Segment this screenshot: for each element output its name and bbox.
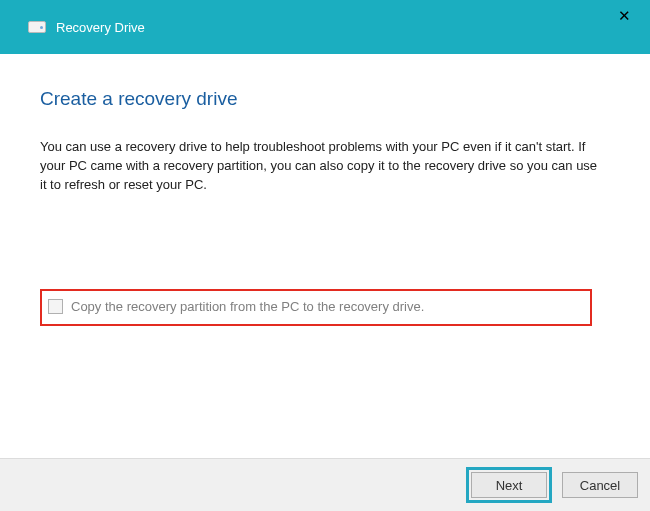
cancel-button[interactable]: Cancel <box>562 472 638 498</box>
content-area: Create a recovery drive You can use a re… <box>0 54 650 458</box>
next-button-highlight: Next <box>466 467 552 503</box>
title-bar: Recovery Drive ✕ <box>0 0 650 54</box>
copy-partition-label: Copy the recovery partition from the PC … <box>71 299 424 314</box>
page-description: You can use a recovery drive to help tro… <box>40 138 600 195</box>
window-title: Recovery Drive <box>56 20 145 35</box>
page-heading: Create a recovery drive <box>40 88 610 110</box>
copy-partition-checkbox[interactable] <box>48 299 63 314</box>
close-button[interactable]: ✕ <box>604 4 644 28</box>
close-icon: ✕ <box>618 7 631 25</box>
footer-bar: Next Cancel <box>0 458 650 511</box>
copy-partition-option-highlight: Copy the recovery partition from the PC … <box>40 289 592 326</box>
drive-icon <box>28 21 46 33</box>
next-button[interactable]: Next <box>471 472 547 498</box>
